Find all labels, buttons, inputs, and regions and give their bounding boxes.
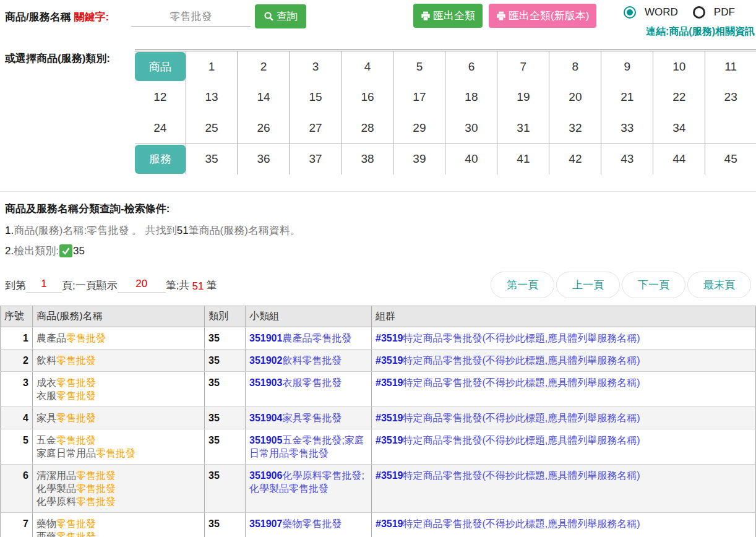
search-button[interactable]: 查詢 xyxy=(255,4,306,28)
header-goods-name: 商品(服務)名稱 xyxy=(33,306,205,327)
services-header-cell[interactable]: 服務 xyxy=(135,145,186,174)
class-number-10[interactable]: 10 xyxy=(653,51,705,82)
class-number-8[interactable]: 8 xyxy=(549,51,601,82)
row-group-link[interactable]: #3519特定商品零售批發(不得抄此標題,應具體列舉服務名稱) xyxy=(372,327,756,350)
class-number-5[interactable]: 5 xyxy=(393,51,445,82)
row-subgroup-link[interactable]: 351904家具零售批發 xyxy=(246,407,372,429)
pagination-controls-text: 到第 頁;一頁顯示 筆;共 51 筆 xyxy=(5,278,217,293)
class-number-42[interactable]: 42 xyxy=(549,144,601,174)
row-seq-no: 1 xyxy=(1,327,33,350)
row-group-link[interactable]: #3519特定商品零售批發(不得抄此標題,應具體列舉服務名稱) xyxy=(372,465,756,513)
class-number-4[interactable]: 4 xyxy=(341,51,393,82)
header-group: 組群 xyxy=(372,306,756,327)
class-number-27[interactable]: 27 xyxy=(290,113,341,144)
row-seq-no: 5 xyxy=(1,429,33,465)
row-group-link[interactable]: #3519特定商品零售批發(不得抄此標題,應具體列舉服務名稱) xyxy=(372,429,756,465)
row-seq-no: 7 xyxy=(1,513,33,537)
per-page-input[interactable] xyxy=(118,278,166,293)
page-number-input[interactable] xyxy=(26,278,62,293)
word-radio[interactable] xyxy=(624,6,636,19)
class-number-9[interactable]: 9 xyxy=(601,51,653,82)
class-number-36[interactable]: 36 xyxy=(238,144,290,174)
class-number-33[interactable]: 33 xyxy=(601,113,653,144)
export-all-button[interactable]: 匯出全類 xyxy=(413,4,483,28)
row-class: 35 xyxy=(205,407,246,429)
keyword-red-label: 關鍵字: xyxy=(74,11,109,23)
first-page-button[interactable]: 第一頁 xyxy=(491,272,554,298)
class-number-30[interactable]: 30 xyxy=(445,113,497,144)
keyword-highlight: 零售批發 xyxy=(76,483,116,494)
class-number-43[interactable]: 43 xyxy=(601,144,653,174)
related-info-link[interactable]: 連結:商品(服務)相關資訊 xyxy=(646,25,755,38)
class-number-29[interactable]: 29 xyxy=(393,113,445,144)
class-number-45[interactable]: 45 xyxy=(705,144,756,174)
class-grid-label: 或選擇商品(服務)類別: xyxy=(0,49,135,174)
class-number-11[interactable]: 11 xyxy=(705,51,756,82)
row-subgroup-link[interactable]: 351902飲料零售批發 xyxy=(246,350,372,372)
class-number-2[interactable]: 2 xyxy=(238,51,290,82)
class-number-14[interactable]: 14 xyxy=(238,82,290,113)
row-group-link[interactable]: #3519特定商品零售批發(不得抄此標題,應具體列舉服務名稱) xyxy=(372,513,756,537)
export-all-new-button[interactable]: 匯出全類(新版本) xyxy=(489,4,596,28)
class-number-39[interactable]: 39 xyxy=(393,144,445,174)
class-number-32[interactable]: 32 xyxy=(549,113,601,144)
class-number-24[interactable]: 24 xyxy=(135,113,186,144)
class-number-23[interactable]: 23 xyxy=(705,82,756,113)
last-page-button[interactable]: 最末頁 xyxy=(687,272,751,298)
row-goods-names: 成衣零售批發衣服零售批發 xyxy=(33,372,205,407)
class-number-16[interactable]: 16 xyxy=(341,82,393,113)
class-number-34[interactable]: 34 xyxy=(653,113,705,144)
class-number-26[interactable]: 26 xyxy=(238,113,290,144)
total-count: 51 xyxy=(189,280,206,293)
class-number-40[interactable]: 40 xyxy=(445,144,497,174)
class-number-17[interactable]: 17 xyxy=(393,82,445,113)
class-number-44[interactable]: 44 xyxy=(653,144,705,174)
checked-class-checkbox[interactable] xyxy=(59,244,72,257)
goods-header-cell[interactable]: 商品 xyxy=(135,52,186,81)
class-number-41[interactable]: 41 xyxy=(497,144,549,174)
class-number-22[interactable]: 22 xyxy=(653,82,705,113)
class-number-21[interactable]: 21 xyxy=(601,82,653,113)
class-number-38[interactable]: 38 xyxy=(341,144,393,174)
class-number-20[interactable]: 20 xyxy=(549,82,601,113)
class-number-15[interactable]: 15 xyxy=(290,82,341,113)
pdf-radio[interactable] xyxy=(693,6,705,19)
goods-name-line: 五金零售批發 xyxy=(37,434,200,447)
class-number-13[interactable]: 13 xyxy=(186,82,238,113)
class-number-31[interactable]: 31 xyxy=(497,113,549,144)
row-class: 35 xyxy=(205,327,246,350)
row-subgroup-link[interactable]: 351903衣服零售批發 xyxy=(246,372,372,407)
goods-name-text: 飲料 xyxy=(37,355,56,366)
group-text: 特定商品零售批發(不得抄此標題,應具體列舉服務名稱) xyxy=(403,333,640,343)
class-number-25[interactable]: 25 xyxy=(186,113,238,144)
keyword-input[interactable] xyxy=(131,6,251,27)
row-subgroup-link[interactable]: 351906化學原料零售批發;化學製品零售批發 xyxy=(246,465,372,513)
criteria-line-1: 1.商品(服務)名稱: 零售批發 。 共找到51筆商品(服務)名稱資料。 xyxy=(5,223,751,238)
group-text: 特定商品零售批發(不得抄此標題,應具體列舉服務名稱) xyxy=(403,355,640,366)
row-group-link[interactable]: #3519特定商品零售批發(不得抄此標題,應具體列舉服務名稱) xyxy=(372,372,756,407)
class-number-6[interactable]: 6 xyxy=(445,51,497,82)
class-number-37[interactable]: 37 xyxy=(290,144,341,174)
next-page-button[interactable]: 下一頁 xyxy=(622,272,685,298)
row-subgroup-link[interactable]: 351901農產品零售批發 xyxy=(246,327,372,350)
row-group-link[interactable]: #3519特定商品零售批發(不得抄此標題,應具體列舉服務名稱) xyxy=(372,407,756,429)
class-number-28[interactable]: 28 xyxy=(341,113,393,144)
row-group-link[interactable]: #3519特定商品零售批發(不得抄此標題,應具體列舉服務名稱) xyxy=(372,350,756,372)
class-number-1[interactable]: 1 xyxy=(186,51,238,82)
class-number-3[interactable]: 3 xyxy=(290,51,341,82)
row-subgroup-link[interactable]: 351905五金零售批發;家庭日常用品零售批發 xyxy=(246,429,372,465)
class-number-35[interactable]: 35 xyxy=(186,144,238,174)
search-icon xyxy=(264,11,274,22)
row-subgroup-link[interactable]: 351907藥物零售批發 xyxy=(246,513,372,537)
group-text: 特定商品零售批發(不得抄此標題,應具體列舉服務名稱) xyxy=(403,377,640,388)
prev-page-button[interactable]: 上一頁 xyxy=(556,272,620,298)
class-number-18[interactable]: 18 xyxy=(445,82,497,113)
subgroup-text: 農產品零售批發 xyxy=(282,333,351,343)
class-number-19[interactable]: 19 xyxy=(497,82,549,113)
subgroup-text: 飲料零售批發 xyxy=(282,355,341,366)
goods-name-line: 西藥零售批發 xyxy=(37,530,200,537)
class-number-12[interactable]: 12 xyxy=(135,82,186,113)
table-row: 3成衣零售批發衣服零售批發35351903衣服零售批發#3519特定商品零售批發… xyxy=(1,372,756,407)
keyword-highlight: 零售批發 xyxy=(76,470,116,481)
class-number-7[interactable]: 7 xyxy=(497,51,549,82)
